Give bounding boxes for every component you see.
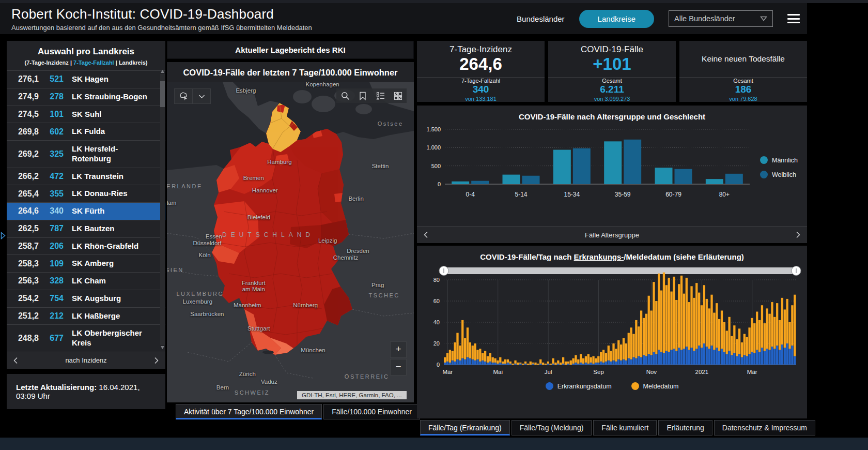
daily-bar-meldung[interactable] [756, 312, 758, 350]
daily-bar-erkrankung[interactable] [753, 353, 755, 365]
daily-bar-meldung[interactable] [494, 358, 496, 363]
daily-bar-meldung[interactable] [713, 313, 715, 350]
daily-bar-erkrankung[interactable] [472, 359, 474, 365]
daily-bar-meldung[interactable] [703, 285, 705, 343]
list-item[interactable]: 258,7206LK Rhön-Grabfeld [7, 237, 165, 255]
daily-bar-erkrankung[interactable] [469, 358, 471, 365]
daily-bar-meldung[interactable] [547, 362, 549, 364]
daily-bar-meldung[interactable] [482, 353, 484, 360]
daily-bar-erkrankung[interactable] [653, 352, 655, 365]
daily-bar-erkrankung[interactable] [484, 362, 486, 365]
daily-bar-erkrankung[interactable] [595, 363, 597, 365]
erkrankungs-link[interactable]: Erkrankungs- [574, 252, 624, 261]
daily-bar-meldung[interactable] [492, 357, 494, 363]
daily-bar-meldung[interactable] [605, 353, 607, 361]
age-bar-35-59-Männlich[interactable] [604, 141, 622, 184]
daily-bar-meldung[interactable] [612, 343, 614, 361]
daily-bar-erkrankung[interactable] [695, 349, 698, 365]
tab-2[interactable]: Fälle/Tag (Meldung) [512, 420, 592, 436]
daily-bar-erkrankung[interactable] [761, 348, 763, 365]
caret-up-icon[interactable] [161, 70, 164, 73]
age-bar-0-4-Weiblich[interactable] [471, 181, 489, 184]
daily-bar-meldung[interactable] [479, 349, 481, 362]
daily-bar-meldung[interactable] [597, 356, 599, 363]
daily-bar-meldung[interactable] [693, 298, 695, 351]
daily-bar-erkrankung[interactable] [784, 348, 786, 365]
daily-bar-erkrankung[interactable] [788, 349, 791, 365]
age-bar-80+-Männlich[interactable] [706, 179, 723, 184]
list-item[interactable]: 248,8677LK Oberbergischer Kreis [7, 324, 165, 352]
daily-bar-meldung[interactable] [484, 351, 486, 362]
daily-bar-meldung[interactable] [476, 350, 478, 359]
daily-bar-erkrankung[interactable] [703, 343, 705, 365]
daily-bar-erkrankung[interactable] [630, 359, 632, 365]
daily-bar-meldung[interactable] [582, 358, 584, 364]
daily-bar-meldung[interactable] [773, 317, 776, 349]
daily-bar-erkrankung[interactable] [494, 363, 496, 365]
daily-bar-meldung[interactable] [474, 343, 476, 361]
daily-bar-meldung[interactable] [630, 327, 632, 359]
daily-bar-erkrankung[interactable] [557, 364, 559, 365]
daily-bar-meldung[interactable] [615, 349, 617, 362]
daily-bar-meldung[interactable] [625, 343, 627, 361]
daily-bar-meldung[interactable] [514, 361, 516, 364]
list-item[interactable]: 262,5787LK Bautzen [7, 220, 165, 237]
daily-bar-erkrankung[interactable] [743, 355, 746, 365]
daily-bar-erkrankung[interactable] [781, 344, 783, 365]
list-item[interactable]: 251,2212LK Haßberge [7, 307, 165, 325]
daily-bar-erkrankung[interactable] [502, 364, 504, 365]
daily-bar-meldung[interactable] [567, 362, 569, 364]
daily-bar-meldung[interactable] [592, 356, 594, 364]
daily-bar-erkrankung[interactable] [706, 347, 708, 365]
age-bar-15-34-Weiblich[interactable] [573, 148, 591, 184]
daily-bar-meldung[interactable] [497, 361, 499, 364]
daily-bar-erkrankung[interactable] [464, 359, 466, 365]
daily-bar-meldung[interactable] [761, 305, 763, 348]
daily-bar-erkrankung[interactable] [693, 351, 695, 365]
daily-bar-meldung[interactable] [542, 363, 544, 365]
daily-bar-erkrankung[interactable] [638, 356, 640, 365]
daily-bar-erkrankung[interactable] [461, 358, 463, 365]
daily-bar-erkrankung[interactable] [608, 361, 610, 365]
daily-bar-erkrankung[interactable] [733, 353, 735, 365]
daily-bar-meldung[interactable] [746, 337, 748, 356]
daily-bar-erkrankung[interactable] [648, 354, 650, 365]
daily-bar-meldung[interactable] [587, 354, 590, 364]
daily-bar-erkrankung[interactable] [499, 363, 501, 365]
daily-bar-meldung[interactable] [771, 302, 773, 347]
daily-bar-meldung[interactable] [688, 302, 690, 350]
zoom-in-button[interactable]: + [390, 341, 407, 358]
nav-landkreise[interactable]: Landkreise [579, 10, 654, 28]
daily-bar-meldung[interactable] [502, 362, 504, 364]
caret-down-icon[interactable] [161, 346, 164, 349]
daily-bar-erkrankung[interactable] [678, 348, 680, 365]
daily-bar-erkrankung[interactable] [738, 354, 740, 365]
daily-bar-meldung[interactable] [507, 359, 509, 363]
daily-bar-erkrankung[interactable] [673, 349, 675, 365]
tab-3[interactable]: Fälle kumuliert [593, 420, 657, 436]
daily-bar-erkrankung[interactable] [572, 364, 574, 365]
age-bar-0-4-Männlich[interactable] [452, 182, 469, 184]
lagebericht-button[interactable]: Aktueller Lagebericht des RKI [167, 41, 414, 59]
daily-bar-erkrankung[interactable] [487, 363, 489, 365]
daily-bar-meldung[interactable] [575, 355, 577, 363]
daily-bar-erkrankung[interactable] [779, 350, 781, 365]
daily-bar-erkrankung[interactable] [718, 351, 720, 365]
daily-bar-erkrankung[interactable] [728, 351, 730, 365]
daily-bar-erkrankung[interactable] [585, 363, 587, 365]
daily-bar-meldung[interactable] [467, 327, 469, 357]
daily-bar-meldung[interactable] [718, 319, 720, 351]
daily-bar-erkrankung[interactable] [509, 364, 512, 365]
daily-bar-meldung[interactable] [446, 353, 448, 361]
daily-bar-meldung[interactable] [608, 346, 610, 361]
daily-bar-erkrankung[interactable] [665, 351, 668, 365]
daily-bar-erkrankung[interactable] [474, 361, 476, 365]
daily-bar-meldung[interactable] [663, 273, 665, 353]
daily-bar-erkrankung[interactable] [773, 349, 776, 365]
daily-bar-meldung[interactable] [748, 327, 750, 354]
daily-bar-meldung[interactable] [776, 303, 778, 346]
daily-bar-erkrankung[interactable] [580, 363, 582, 365]
daily-bar-meldung[interactable] [736, 339, 738, 356]
daily-bar-meldung[interactable] [530, 362, 532, 365]
age-chart[interactable]: 05001.0001.5000-45-1415-3435-5960-7980+ [420, 123, 802, 216]
